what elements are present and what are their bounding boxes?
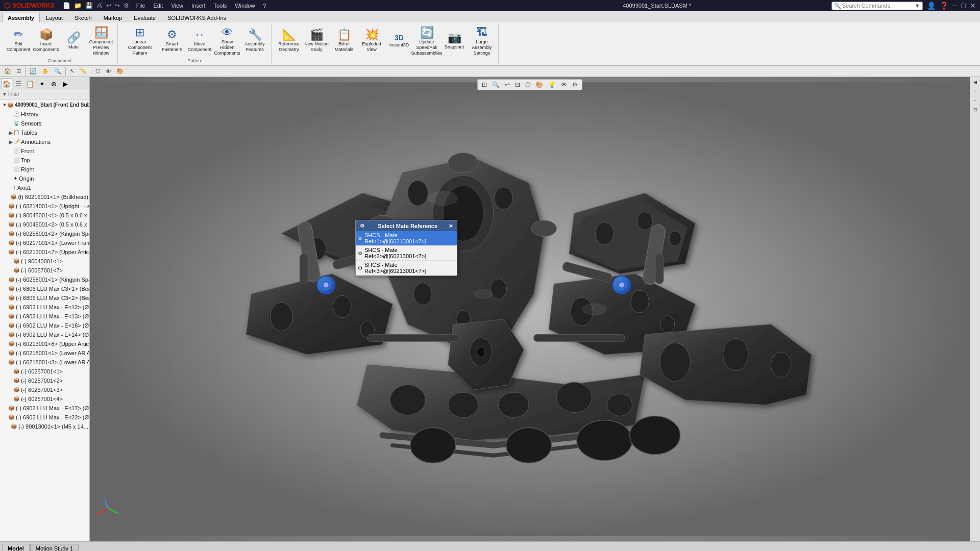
- vt-3d[interactable]: ⬡: [523, 80, 532, 89]
- tree-c14[interactable]: 📦 (-) 6902 LLU Max - E<13> (Ø 1...: [0, 312, 89, 321]
- lp-tab-dxf[interactable]: ✦: [36, 78, 47, 89]
- tree-c4[interactable]: 📦 (-) 90045001<2> (0.5 x 0.6 x 1 E...: [0, 220, 89, 229]
- tree-c6[interactable]: 📦 (-) 60217001<1> (Lower Frame...: [0, 238, 89, 247]
- rp-expand[interactable]: ◀: [971, 78, 979, 86]
- tb-appearance[interactable]: 🎨: [114, 67, 126, 75]
- tree-c20[interactable]: 📦 (-) 60257001<1>: [0, 367, 89, 376]
- tree-c26[interactable]: 📦 (-) 90013001<1> (M5 x 14...: [0, 422, 89, 431]
- tree-c16[interactable]: 📦 (-) 6902 LLU Max - E<14> (Ø 1...: [0, 330, 89, 339]
- mate-btn[interactable]: 🔗 Mate: [60, 26, 87, 56]
- mate-dialog-close-btn[interactable]: ×: [449, 222, 453, 229]
- smart-fasteners-btn[interactable]: ⚙ SmartFasteners: [159, 26, 185, 56]
- tb-zoom[interactable]: 🔍: [52, 67, 63, 75]
- tb-pan[interactable]: ✋: [40, 67, 51, 75]
- tb-hide-show[interactable]: 👁: [104, 68, 113, 75]
- assembly-features-btn[interactable]: 🔧 AssemblyFeatures: [241, 26, 268, 56]
- mate-item-3[interactable]: ⚙ SHCS - Mate Ref<3>@[60213001<7>]: [356, 261, 457, 276]
- tree-c1[interactable]: 📦 (f) 60216001<1> (Bulkhead): [0, 192, 89, 202]
- bottom-tab-model[interactable]: Model: [2, 544, 30, 551]
- tree-right[interactable]: ⬜ Right: [0, 165, 89, 174]
- vt-zoom-area[interactable]: 🔍: [490, 80, 502, 89]
- tree-front[interactable]: ⬜ Front: [0, 146, 89, 156]
- open-btn[interactable]: 📁: [73, 2, 83, 10]
- tree-c22[interactable]: 📦 (-) 60257001<3>: [0, 385, 89, 394]
- tab-sketch[interactable]: Sketch: [69, 13, 97, 22]
- tb-zoom-fit[interactable]: ⊡: [14, 67, 23, 75]
- new-motion-study-btn[interactable]: 🎬 New MotionStudy: [303, 26, 330, 56]
- lp-tab-feature-tree[interactable]: 🏠: [1, 78, 12, 89]
- menu-help[interactable]: ?: [259, 2, 270, 10]
- tree-c18[interactable]: 📦 (-) 60218001<1> (Lower AR An...: [0, 348, 89, 358]
- help-icon[interactable]: ❓: [940, 2, 948, 10]
- search-box[interactable]: 🔍 ▼: [831, 2, 923, 10]
- tree-c8[interactable]: 📦 (-) 90040001<1>: [0, 257, 89, 266]
- tree-c12[interactable]: 📦 (-) 6806 LLU Max C3<2> (Beari...: [0, 293, 89, 303]
- edit-component-btn[interactable]: ✏ EditComponent: [5, 26, 32, 56]
- lp-tab-config[interactable]: 📋: [24, 78, 36, 89]
- save-btn[interactable]: 💾: [84, 2, 94, 10]
- reference-geometry-btn[interactable]: 📐 ReferenceGeometry: [276, 26, 302, 56]
- maximize-btn[interactable]: □: [962, 2, 966, 10]
- tree-c15[interactable]: 📦 (-) 6902 LLU Max - E<16> (Ø 1...: [0, 321, 89, 330]
- tree-c11[interactable]: 📦 (-) 6806 LLU Max C3<1> (Beari...: [0, 284, 89, 293]
- show-hidden-btn[interactable]: 👁 ShowHiddenComponents: [214, 26, 240, 57]
- tab-assembly[interactable]: Assembly: [2, 13, 40, 22]
- lp-tab-display[interactable]: ⊕: [48, 78, 59, 89]
- tb-rotate[interactable]: 🔄: [28, 67, 39, 75]
- tab-layout[interactable]: Layout: [40, 13, 68, 22]
- tree-annotations[interactable]: ▶ 📝 Annotations: [0, 137, 89, 146]
- tree-expand-tables[interactable]: ▶: [8, 129, 13, 137]
- tree-c2[interactable]: 📦 (-) 60214001<1> (Upright - Lef...: [0, 202, 89, 211]
- rp-zoom-out[interactable]: −: [971, 96, 979, 105]
- bottom-tab-motion[interactable]: Motion Study 1: [30, 544, 79, 551]
- tree-expand-root[interactable]: ▼: [2, 101, 7, 109]
- tab-markup[interactable]: Markup: [98, 13, 128, 22]
- tree-c24[interactable]: 📦 (-) 6902 LLU Max - E<17> (Ø 1...: [0, 404, 89, 413]
- new-btn[interactable]: 📄: [62, 2, 71, 10]
- vt-more[interactable]: ⚙: [570, 80, 580, 89]
- instant3d-btn[interactable]: 3D Instant3D: [386, 26, 412, 56]
- tree-expand-annotations[interactable]: ▶: [8, 138, 13, 146]
- tree-c23[interactable]: 📦 (-) 60257001<4>: [0, 394, 89, 404]
- tb-display-style[interactable]: ⬡: [93, 67, 103, 75]
- tree-c10[interactable]: 📦 (-) 60258001<1> (Kingpin Spac...: [0, 275, 89, 284]
- vt-hide[interactable]: 👁: [559, 80, 569, 89]
- menu-window[interactable]: Window: [231, 2, 259, 10]
- tab-addins[interactable]: SOLIDWORKS Add-Ins: [162, 13, 232, 22]
- linear-pattern-btn[interactable]: ⊞ Linear ComponentPattern: [122, 26, 158, 57]
- options-btn[interactable]: ⚙: [122, 2, 130, 10]
- tree-axis1[interactable]: ↕ Axis1: [0, 183, 89, 192]
- tree-c19[interactable]: 📦 (-) 60218001<3> (Lower AR An...: [0, 358, 89, 367]
- tree-root[interactable]: ▼ 📦 40099001_Start (Front End Sub Asse..…: [0, 101, 89, 110]
- exploded-view-btn[interactable]: 💥 ExplodedView: [358, 26, 385, 56]
- tab-evaluate[interactable]: Evaluate: [128, 13, 161, 22]
- mate-item-2[interactable]: ⚙ SHCS - Mate Ref<2>@[60213001<7>]: [356, 246, 457, 261]
- vt-section-view[interactable]: ⊟: [513, 80, 522, 89]
- minimize-btn[interactable]: ─: [952, 2, 958, 10]
- menu-insert[interactable]: Insert: [187, 2, 210, 10]
- lp-tab-property[interactable]: ☰: [13, 78, 24, 89]
- tree-c17[interactable]: 📦 (-) 60213001<8> (Upper Articu...: [0, 339, 89, 348]
- tb-select[interactable]: ↖: [68, 67, 77, 75]
- tree-c13[interactable]: 📦 (-) 6902 LLU Max - E<12> (Ø 1...: [0, 303, 89, 312]
- redo-btn[interactable]: ↪: [114, 2, 121, 10]
- vt-previous[interactable]: ↩: [503, 80, 512, 89]
- rp-zoom-in[interactable]: +: [971, 87, 979, 95]
- move-component-btn[interactable]: ↔ MoveComponent: [186, 26, 213, 56]
- tree-c7[interactable]: 📦 (-) 60213001<7> (Upper Articu...: [0, 247, 89, 257]
- insert-components-btn[interactable]: 📦 InsertComponents: [33, 26, 59, 56]
- mate-item-1[interactable]: ⚙ SHCS - Mate Ref<1>@[60213001<7>]: [356, 231, 457, 246]
- rp-fit[interactable]: ⊡: [971, 106, 979, 114]
- tree-tables[interactable]: ▶ 📋 Tables: [0, 128, 89, 137]
- mate-dialog-title[interactable]: ⚙ Select Mate Reference ×: [356, 220, 457, 231]
- print-btn[interactable]: 🖨: [95, 2, 104, 10]
- viewport[interactable]: ⊡ 🔍 ↩ ⊟ ⬡ 🎨 💡 👁 ⚙ X Y Z ⚙ Se: [90, 77, 970, 541]
- menu-file[interactable]: File: [132, 2, 150, 10]
- tree-c21[interactable]: 📦 (-) 60257001<2>: [0, 376, 89, 385]
- user-icon[interactable]: 👤: [927, 2, 936, 10]
- search-input[interactable]: [842, 3, 914, 9]
- component-preview-btn[interactable]: 🪟 ComponentPreviewWindow: [88, 26, 114, 57]
- tb-dimension[interactable]: 📏: [78, 67, 89, 75]
- menu-view[interactable]: View: [167, 2, 187, 10]
- undo-btn[interactable]: ↩: [105, 2, 112, 10]
